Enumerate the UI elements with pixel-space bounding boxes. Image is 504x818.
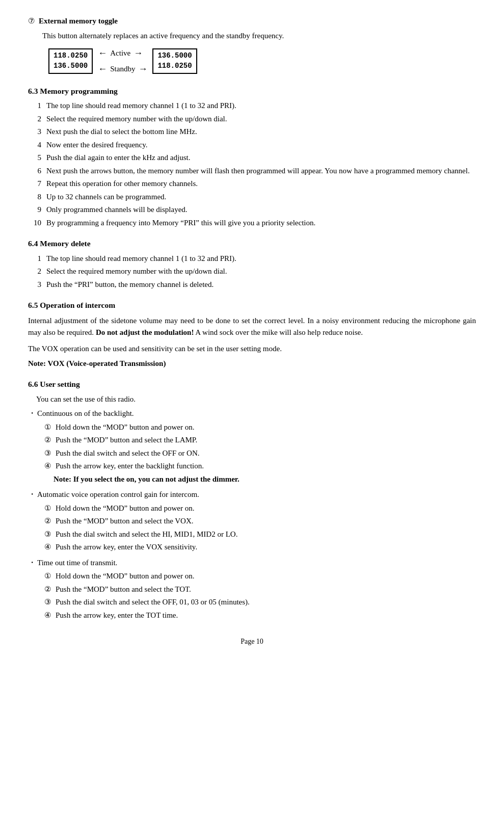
item-number: 4 (28, 139, 46, 151)
section-66-intro: You can set the use of this radio. (36, 393, 476, 405)
item-text: The top line should read memory channel … (46, 100, 476, 112)
step-number: ② (44, 515, 56, 527)
step-number: ④ (44, 541, 56, 553)
step-text: Hold down the “MOD” button and power on. (56, 503, 476, 514)
item-number: 9 (28, 204, 46, 216)
item-number: 6 (28, 165, 46, 177)
step-text: Push the arrow key, enter the VOX sensit… (56, 541, 476, 553)
bullet-note: Note: If you select the on, you can not … (54, 473, 476, 485)
item-text: Push the “PRI” button, the memory channe… (46, 279, 476, 291)
bullet-label: Time out time of transmit. (37, 557, 476, 569)
step-text: Push the “MOD” button and select the TOT… (56, 584, 476, 595)
section-63: 6.3 Memory programming 1The top line sho… (28, 85, 476, 228)
bullet-dot: ・ (28, 408, 37, 419)
bullet-label-row: ・Automatic voice operation control gain … (28, 489, 476, 500)
circle-step: ③Push the dial switch and select the HI,… (44, 529, 476, 540)
step-text: Hold down the “MOD” button and power on. (56, 570, 476, 582)
list-item: 2Select the required memory number with … (28, 113, 476, 125)
list-item: 6Next push the arrows button, the memory… (28, 165, 476, 177)
bullet-label-row: ・Time out time of transmit. (28, 557, 476, 569)
step-number: ③ (44, 447, 56, 459)
step-number: ③ (44, 529, 56, 540)
item-text: Only programmed channels will be display… (46, 204, 476, 216)
step-text: Push the “MOD” button and select the VOX… (56, 515, 476, 527)
arrow-left-standby: ← (98, 62, 107, 76)
section-66-bullets: ・Continuous on of the backlight.①Hold do… (28, 408, 476, 621)
list-item: 1The top line should read memory channel… (28, 253, 476, 265)
item-text: Up to 32 channels can be programmed. (46, 191, 476, 203)
item-text: By programming a frequency into Memory “… (46, 217, 476, 229)
list-item: 8Up to 32 channels can be programmed. (28, 191, 476, 203)
item-text: Next push the arrows button, the memory … (46, 165, 476, 177)
item-number: 10 (28, 217, 46, 229)
freq-diagram: 118.0250 136.5000 ← Active → ← Standby →… (48, 46, 476, 76)
list-item: 10By programming a frequency into Memory… (28, 217, 476, 229)
section-63-title: 6.3 Memory programming (28, 85, 476, 97)
bullet-item: ・Automatic voice operation control gain … (28, 489, 476, 553)
item-text: Select the required memory number with t… (46, 113, 476, 125)
step-number: ② (44, 434, 56, 446)
item-number: 2 (28, 266, 46, 277)
item-text: Push the dial again to enter the kHz and… (46, 152, 476, 164)
step-text: Push the arrow key, enter the TOT time. (56, 610, 476, 621)
list-item: 4Now enter the desired frequency. (28, 139, 476, 151)
bullet-dot: ・ (28, 489, 37, 500)
step-text: Push the dial switch and select the HI, … (56, 529, 476, 540)
step-number: ① (44, 503, 56, 514)
bullet-label: Continuous on of the backlight. (37, 408, 476, 419)
circle-step: ①Hold down the “MOD” button and power on… (44, 503, 476, 514)
item-number: 7 (28, 178, 46, 190)
section-7: ⑦ External memory toggle This button alt… (28, 15, 476, 76)
active-arrow-row: ← Active → (98, 46, 147, 60)
section-65: 6.5 Operation of intercom Internal adjus… (28, 299, 476, 369)
active-label: Active (110, 47, 130, 59)
item-number: 2 (28, 113, 46, 125)
section-7-description: This button alternately replaces an acti… (42, 30, 476, 42)
arrow-left-active: ← (98, 46, 107, 60)
section-7-title: External memory toggle (39, 15, 118, 27)
section-65-note: Note: VOX (Voice-operated Transmission) (28, 358, 476, 370)
bullet-item: ・Time out time of transmit.①Hold down th… (28, 557, 476, 621)
bullet-dot: ・ (28, 557, 37, 569)
list-item: 9Only programmed channels will be displa… (28, 204, 476, 216)
item-text: The top line should read memory channel … (46, 253, 476, 265)
circle-step: ②Push the “MOD” button and select the LA… (44, 434, 476, 446)
section-65-para1: Internal adjustment of the sidetone volu… (28, 315, 476, 338)
list-item: 2Select the required memory number with … (28, 266, 476, 277)
list-item: 3Push the “PRI” button, the memory chann… (28, 279, 476, 291)
item-number: 8 (28, 191, 46, 203)
freq-box-left: 118.0250 136.5000 (48, 48, 93, 73)
circle-step: ②Push the “MOD” button and select the TO… (44, 584, 476, 595)
step-number: ① (44, 421, 56, 433)
section-63-list: 1The top line should read memory channel… (28, 100, 476, 228)
section-65-title: 6.5 Operation of intercom (28, 299, 476, 311)
section-65-para2: The VOX operation can be used and sensit… (28, 343, 476, 355)
arrow-right-active: → (134, 46, 143, 60)
step-number: ③ (44, 596, 56, 608)
item-text: Now enter the desired frequency. (46, 139, 476, 151)
item-number: 3 (28, 279, 46, 291)
item-text: Select the required memory number with t… (46, 266, 476, 277)
step-number: ④ (44, 460, 56, 472)
circle-step: ①Hold down the “MOD” button and power on… (44, 570, 476, 582)
section-65-bold: Do not adjust the modulation! (96, 328, 194, 336)
section-66-title: 6.6 User setting (28, 378, 476, 390)
circle-step: ③Push the dial switch and select the OFF… (44, 596, 476, 608)
step-number: ④ (44, 610, 56, 621)
list-item: 3Next push the dial to select the bottom… (28, 126, 476, 138)
section-64-title: 6.4 Memory delete (28, 238, 476, 249)
bullet-label: Automatic voice operation control gain f… (37, 489, 476, 500)
step-text: Push the dial switch and select the OFF … (56, 447, 476, 459)
item-number: 5 (28, 152, 46, 164)
bullet-item: ・Continuous on of the backlight.①Hold do… (28, 408, 476, 485)
arrow-right-standby: → (138, 62, 147, 76)
step-text: Push the dial switch and select the OFF,… (56, 596, 476, 608)
step-text: Push the arrow key, enter the backlight … (56, 460, 476, 472)
circle-step: ①Hold down the “MOD” button and power on… (44, 421, 476, 433)
bullet-label-row: ・Continuous on of the backlight. (28, 408, 476, 419)
step-number: ② (44, 584, 56, 595)
circle-step: ④Push the arrow key, enter the backlight… (44, 460, 476, 472)
item-number: 3 (28, 126, 46, 138)
circle-step: ④Push the arrow key, enter the TOT time. (44, 610, 476, 621)
item-text: Next push the dial to select the bottom … (46, 126, 476, 138)
